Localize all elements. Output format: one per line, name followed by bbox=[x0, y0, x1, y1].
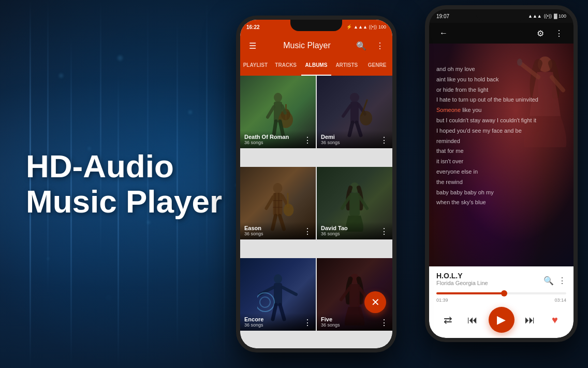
lyric-line-12: baby baby baby oh my bbox=[436, 188, 542, 198]
np-action-icons: 🔍 ⋮ bbox=[543, 276, 566, 286]
back-icon: ← bbox=[439, 29, 448, 38]
more-button-right[interactable]: ⋮ bbox=[552, 26, 566, 40]
lyrics-text: and oh my love aint like you to hold bac… bbox=[436, 64, 542, 208]
total-time: 03:14 bbox=[554, 298, 566, 303]
tab-artists[interactable]: ARTISTS bbox=[331, 57, 362, 76]
album-more-4[interactable]: ⋮ bbox=[380, 227, 388, 236]
play-pause-button[interactable]: ▶ bbox=[489, 307, 514, 333]
album-info-3: Eason 36 songs bbox=[244, 225, 263, 236]
lyric-line-7: I hoped you'd see my face and be reminde… bbox=[436, 126, 542, 147]
svg-rect-30 bbox=[349, 193, 360, 216]
phone-right: 19:07 ▲▲▲ ((•)) ▓ 100 ← ⚙ bbox=[425, 5, 578, 342]
eq-button[interactable]: ⚙ bbox=[533, 26, 548, 40]
phone-left-screen: 16:22 ⚡ ▲▲▲ ((•)) 100 ☰ Music Player bbox=[240, 20, 392, 348]
album-overlay-5: Encore 36 songs ⋮ bbox=[240, 313, 316, 331]
svg-point-9 bbox=[350, 93, 359, 102]
tab-tracks[interactable]: TRACKS bbox=[271, 57, 301, 76]
album-name-1: Death Of Roman bbox=[244, 134, 289, 140]
more-button[interactable]: ⋮ bbox=[373, 38, 387, 53]
album-overlay-4: David Tao 36 songs ⋮ bbox=[317, 222, 392, 239]
more-icon: ⋮ bbox=[376, 41, 384, 51]
back-button[interactable]: ← bbox=[436, 26, 451, 40]
search-button[interactable]: 🔍 bbox=[354, 38, 369, 53]
bluetooth-icon: ⚡ bbox=[346, 24, 352, 30]
favorite-button[interactable]: ♥ bbox=[546, 310, 564, 329]
np-song-title: H.O.L.Y bbox=[436, 272, 488, 280]
next-button[interactable]: ⏭ bbox=[521, 310, 539, 329]
album-name-2: Demi bbox=[321, 134, 340, 140]
album-cell-3[interactable]: Eason 36 songs ⋮ bbox=[240, 167, 316, 239]
lyric-line-8: that for me bbox=[436, 146, 542, 157]
lyric-line-6: but I couldn't stay away I couldn't figh… bbox=[436, 116, 542, 126]
np-title: H.O.L.Y Florida Georgia Line bbox=[436, 272, 488, 289]
lyric-line-4: I hate to turn up out of the blue uninvi… bbox=[436, 95, 542, 105]
play-pause-icon: ▶ bbox=[497, 313, 506, 327]
svg-line-5 bbox=[268, 107, 274, 117]
prev-button[interactable]: ⏮ bbox=[463, 310, 482, 329]
fab-button[interactable]: ✕ bbox=[364, 291, 386, 313]
phone-right-screen: 19:07 ▲▲▲ ((•)) ▓ 100 ← ⚙ bbox=[429, 9, 574, 338]
tab-genre[interactable]: GENRE bbox=[362, 57, 392, 76]
lyrics-section: and oh my love aint like you to hold bac… bbox=[429, 44, 574, 266]
album-overlay-6: Five 36 songs ⋮ bbox=[317, 313, 392, 331]
album-more-5[interactable]: ⋮ bbox=[303, 318, 312, 328]
wifi-icon-right: ((•)) bbox=[544, 13, 552, 19]
heart-icon: ♥ bbox=[552, 314, 558, 326]
lyric-line-1: and oh my love bbox=[436, 64, 542, 75]
status-icons-right: ▲▲▲ ((•)) ▓ 100 bbox=[528, 13, 566, 19]
album-more-6[interactable]: ⋮ bbox=[380, 318, 388, 328]
album-more-3[interactable]: ⋮ bbox=[303, 227, 312, 236]
album-cell-4[interactable]: David Tao 36 songs ⋮ bbox=[317, 167, 392, 239]
status-icons-left: ⚡ ▲▲▲ ((•)) 100 bbox=[346, 24, 386, 30]
np-more-icon[interactable]: ⋮ bbox=[558, 276, 566, 286]
hero-section: HD-Audio Music Player bbox=[26, 149, 222, 219]
np-artist-name: Florida Georgia Line bbox=[436, 280, 488, 286]
album-songs-5: 36 songs bbox=[244, 322, 263, 328]
tab-albums[interactable]: ALBUMS bbox=[301, 57, 332, 76]
svg-line-23 bbox=[267, 197, 273, 208]
next-icon: ⏭ bbox=[525, 314, 535, 326]
lyric-line-11: the rewind bbox=[436, 177, 542, 188]
album-name-4: David Tao bbox=[321, 225, 348, 231]
hero-line2: Music Player bbox=[26, 184, 222, 219]
np-title-row: H.O.L.Y Florida Georgia Line 🔍 ⋮ bbox=[436, 272, 566, 289]
album-info-2: Demi 36 songs bbox=[321, 134, 340, 145]
album-songs-1: 36 songs bbox=[244, 140, 289, 145]
lyric-line-3: or hide from the light bbox=[436, 85, 542, 95]
shuffle-icon: ⇄ bbox=[444, 314, 452, 326]
tab-albums-label: ALBUMS bbox=[305, 62, 328, 68]
progress-fill bbox=[436, 292, 504, 294]
progress-bar[interactable] bbox=[436, 292, 566, 294]
svg-line-11 bbox=[343, 106, 350, 116]
album-cell-2[interactable]: Demi 36 songs ⋮ bbox=[317, 76, 392, 148]
album-info-5: Encore 36 songs bbox=[244, 316, 263, 328]
now-playing-panel: H.O.L.Y Florida Georgia Line 🔍 ⋮ bbox=[429, 266, 574, 338]
app-bar-right: ← ⚙ ⋮ bbox=[429, 23, 574, 44]
menu-button[interactable]: ☰ bbox=[245, 38, 260, 53]
phone-right-frame: 19:07 ▲▲▲ ((•)) ▓ 100 ← ⚙ bbox=[425, 5, 578, 342]
album-more-1[interactable]: ⋮ bbox=[303, 135, 312, 145]
signal-icon: ▲▲▲ bbox=[354, 24, 368, 30]
tab-tracks-label: TRACKS bbox=[275, 62, 297, 68]
svg-rect-42 bbox=[349, 284, 360, 307]
album-songs-6: 36 songs bbox=[321, 322, 340, 328]
lyric-line-10: everyone else in bbox=[436, 167, 542, 177]
album-cell-5[interactable]: Encore 36 songs ⋮ bbox=[240, 258, 316, 331]
svg-point-26 bbox=[284, 204, 294, 216]
phone-notch-left bbox=[290, 20, 342, 31]
svg-point-33 bbox=[274, 274, 282, 284]
np-search-icon[interactable]: 🔍 bbox=[543, 276, 554, 286]
album-more-2[interactable]: ⋮ bbox=[380, 135, 388, 145]
tab-artists-label: ARTISTS bbox=[335, 62, 358, 68]
shuffle-button[interactable]: ⇄ bbox=[438, 310, 457, 329]
tab-playlist[interactable]: PLAYLIST bbox=[240, 57, 271, 76]
app-bar-left: ☰ Music Player 🔍 ⋮ bbox=[240, 34, 392, 57]
album-overlay-1: Death Of Roman 36 songs ⋮ bbox=[240, 131, 316, 148]
svg-point-0 bbox=[274, 93, 282, 102]
album-info-1: Death Of Roman 36 songs bbox=[244, 134, 289, 145]
album-name-6: Five bbox=[321, 316, 340, 322]
tab-bar: PLAYLIST TRACKS ALBUMS ARTISTS GENRE bbox=[240, 57, 392, 76]
battery-icon: 100 bbox=[378, 24, 386, 30]
album-cell-1[interactable]: Death Of Roman 36 songs ⋮ bbox=[240, 76, 316, 148]
battery-icon-right: ▓ 100 bbox=[554, 13, 566, 19]
